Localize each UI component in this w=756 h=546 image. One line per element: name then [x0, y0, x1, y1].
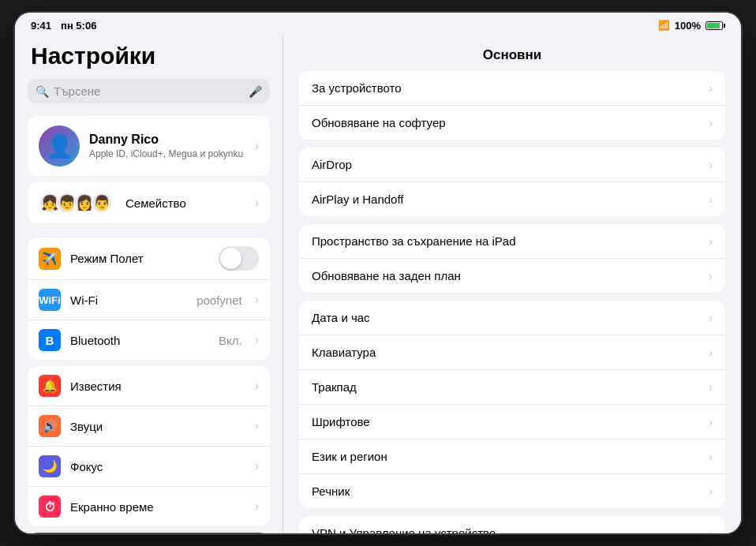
softwareupdate-chevron-icon: › [709, 117, 713, 129]
panel-item-language[interactable]: Език и регион › [299, 439, 725, 474]
battery-body [705, 21, 723, 30]
datetime-label: Дата и час [312, 311, 709, 324]
bluetooth-label: Bluetooth [70, 334, 209, 347]
fonts-chevron-icon: › [709, 416, 713, 428]
about-chevron-icon: › [709, 82, 713, 95]
dictionary-chevron-icon: › [709, 485, 713, 498]
panel-item-airplay[interactable]: AirPlay и Handoff › [299, 182, 725, 216]
sounds-chevron-icon: › [255, 419, 259, 433]
wifi-chevron-icon: › [255, 293, 259, 307]
storage-label: Пространство за съхранение на iPad [312, 234, 709, 248]
screentime-chevron-icon: › [255, 499, 259, 514]
battery-icon [705, 21, 725, 30]
datetime-chevron-icon: › [709, 312, 713, 324]
bluetooth-chevron-icon: › [255, 333, 259, 347]
status-bar: 9:41 пн 5:06 📶 100% [15, 13, 741, 35]
language-chevron-icon: › [709, 451, 713, 463]
family-card[interactable]: 👧 👦 👩 👨 Семейство › [28, 182, 270, 223]
fonts-label: Шрифтове [312, 415, 709, 428]
panel-item-keyboard[interactable]: Клавиатура › [299, 335, 725, 370]
screentime-label: Екранно време [70, 500, 245, 514]
airplane-icon: ✈️ [39, 248, 61, 270]
bluetooth-icon: B [39, 329, 61, 351]
battery-percent: 100% [675, 20, 701, 32]
family-chevron-icon: › [255, 196, 259, 210]
airdrop-label: AirDrop [312, 158, 709, 171]
panel-item-about[interactable]: За устройството › [299, 71, 725, 106]
battery-tip [724, 24, 725, 28]
airdrop-chevron-icon: › [709, 159, 713, 171]
sounds-icon: 🔊 [39, 415, 61, 437]
panel-group-about: За устройството › Обновяване на софтуер … [299, 71, 725, 140]
connectivity-group: ✈️ Режим Полет WiFi Wi-Fi poofynet › B B… [28, 237, 270, 360]
avatar-emoji: 👤 [46, 133, 73, 159]
panel-group-vpn: VPN и Управление на устройство › [299, 516, 725, 533]
focus-icon: 🌙 [39, 455, 61, 477]
vpn-chevron-icon: › [709, 527, 713, 534]
account-info: Danny Rico Apple ID, iCloud+, Megua и po… [89, 133, 245, 159]
wifi-icon: 📶 [658, 20, 670, 31]
vpn-label: VPN и Управление на устройство [312, 526, 709, 533]
sidebar-title: Настройки [28, 43, 270, 69]
panel-item-airdrop[interactable]: AirDrop › [299, 148, 725, 182]
right-panel: Основни За устройството › Обновяване на … [283, 35, 741, 533]
status-bar-right: 📶 100% [658, 20, 725, 32]
bgrefresh-chevron-icon: › [709, 270, 713, 282]
search-placeholder: Търсене [54, 84, 244, 98]
sidebar-item-sounds[interactable]: 🔊 Звуци › [28, 406, 270, 447]
airplane-toggle[interactable] [219, 246, 259, 271]
sidebar-item-bluetooth[interactable]: B Bluetooth Вкл. › [28, 320, 270, 360]
family-avatars: 👧 👦 👩 👨 [39, 192, 108, 214]
panel-item-fonts[interactable]: Шрифтове › [299, 405, 725, 439]
panel-title: Основни [283, 35, 741, 71]
panel-group-storage: Пространство за съхранение на iPad › Обн… [299, 224, 725, 293]
family-label: Семейство [125, 196, 247, 210]
panel-item-dictionary[interactable]: Речник › [299, 474, 725, 508]
account-chevron-icon: › [255, 139, 259, 153]
account-subtitle: Apple ID, iCloud+, Megua и pokynku [89, 148, 245, 159]
panel-group-airdrop: AirDrop › AirPlay и Handoff › [299, 148, 725, 216]
focus-label: Фокус [70, 460, 245, 473]
sidebar-item-screentime[interactable]: ⏱ Екранно време › [28, 487, 270, 526]
trackpad-chevron-icon: › [709, 381, 713, 394]
panel-item-datetime[interactable]: Дата и час › [299, 301, 725, 335]
panel-item-softwareupdate[interactable]: Обновяване на софтуер › [299, 106, 725, 140]
about-label: За устройството [312, 81, 709, 95]
notifications-label: Известия [70, 380, 245, 393]
airplay-label: AirPlay и Handoff [312, 193, 709, 206]
notifications-chevron-icon: › [255, 379, 259, 393]
bluetooth-value: Вкл. [219, 334, 242, 347]
wifi-label: Wi-Fi [70, 294, 187, 307]
focus-chevron-icon: › [255, 459, 259, 473]
sidebar-item-general[interactable]: ⚙ Основни [28, 533, 270, 533]
airplay-chevron-icon: › [709, 193, 713, 206]
ipad-frame: 9:41 пн 5:06 📶 100% Настройки 🔍 Търсене … [15, 13, 741, 533]
sidebar-item-focus[interactable]: 🌙 Фокус › [28, 447, 270, 487]
notifications-icon: 🔔 [39, 375, 61, 397]
screentime-icon: ⏱ [39, 496, 61, 518]
day: пн 5:06 [61, 20, 96, 32]
panel-group-datetime: Дата и час › Клавиатура › Тракпад › Шриф… [299, 301, 725, 508]
family-avatar-4: 👨 [91, 192, 113, 214]
sounds-label: Звуци [70, 420, 245, 433]
sidebar-item-airplane[interactable]: ✈️ Режим Полет [28, 237, 270, 280]
search-bar[interactable]: 🔍 Търсене 🎤 [28, 79, 270, 103]
panel-item-storage[interactable]: Пространство за съхранение на iPad › [299, 224, 725, 259]
airplane-label: Режим Полет [70, 252, 209, 265]
language-label: Език и регион [312, 450, 709, 463]
status-bar-left: 9:41 пн 5:06 [31, 20, 96, 32]
wifi-settings-icon: WiFi [39, 289, 61, 311]
trackpad-label: Тракпад [312, 380, 709, 394]
panel-item-bgrefresh[interactable]: Обновяване на заден план › [299, 259, 725, 293]
airplane-toggle-knob [220, 248, 241, 269]
account-card[interactable]: 👤 Danny Rico Apple ID, iCloud+, Megua и … [28, 116, 270, 176]
sidebar-item-wifi[interactable]: WiFi Wi-Fi poofynet › [28, 280, 270, 320]
sidebar-item-notifications[interactable]: 🔔 Известия › [28, 366, 270, 406]
panel-item-trackpad[interactable]: Тракпад › [299, 370, 725, 405]
panel-item-vpn[interactable]: VPN и Управление на устройство › [299, 516, 725, 533]
keyboard-label: Клавиатура [312, 346, 709, 359]
dictionary-label: Речник [312, 484, 709, 498]
notifications-group: 🔔 Известия › 🔊 Звуци › 🌙 Фокус › ⏱ Екран… [28, 366, 270, 526]
battery-fill [707, 23, 720, 28]
mic-icon: 🎤 [249, 85, 262, 98]
